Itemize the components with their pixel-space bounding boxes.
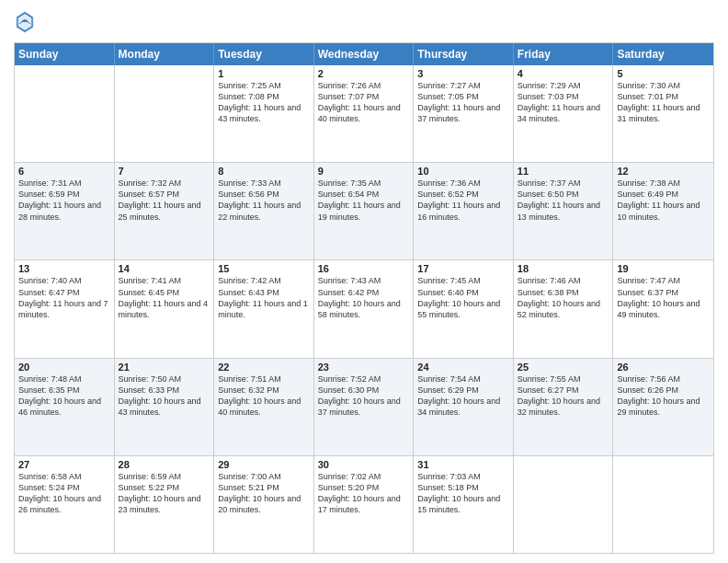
header-day-monday: Monday <box>115 43 215 65</box>
calendar-row-1: 1Sunrise: 7:25 AM Sunset: 7:08 PM Daylig… <box>15 65 713 162</box>
day-info: Sunrise: 6:58 AM Sunset: 5:24 PM Dayligh… <box>18 471 110 516</box>
day-number: 8 <box>218 166 310 177</box>
day-info: Sunrise: 7:46 AM Sunset: 6:38 PM Dayligh… <box>518 275 609 320</box>
day-number: 10 <box>417 166 509 177</box>
day-info: Sunrise: 7:25 AM Sunset: 7:08 PM Dayligh… <box>218 80 310 125</box>
cal-cell <box>115 65 215 162</box>
day-info: Sunrise: 7:43 AM Sunset: 6:42 PM Dayligh… <box>318 275 410 320</box>
cal-cell: 3Sunrise: 7:27 AM Sunset: 7:05 PM Daylig… <box>414 65 514 162</box>
day-info: Sunrise: 7:45 AM Sunset: 6:40 PM Dayligh… <box>417 275 509 320</box>
header-day-thursday: Thursday <box>414 43 514 65</box>
day-number: 15 <box>218 263 310 274</box>
day-number: 20 <box>18 362 110 373</box>
day-info: Sunrise: 7:29 AM Sunset: 7:03 PM Dayligh… <box>518 80 609 125</box>
day-info: Sunrise: 7:27 AM Sunset: 7:05 PM Dayligh… <box>417 80 509 125</box>
day-number: 18 <box>518 263 609 274</box>
day-info: Sunrise: 7:40 AM Sunset: 6:47 PM Dayligh… <box>18 275 110 320</box>
day-number: 22 <box>218 362 310 373</box>
day-number: 6 <box>18 166 110 177</box>
day-number: 9 <box>318 166 410 177</box>
day-number: 28 <box>119 459 210 470</box>
calendar-row-3: 13Sunrise: 7:40 AM Sunset: 6:47 PM Dayli… <box>15 259 713 357</box>
day-info: Sunrise: 7:41 AM Sunset: 6:45 PM Dayligh… <box>119 275 210 320</box>
day-number: 31 <box>417 459 509 470</box>
day-info: Sunrise: 7:50 AM Sunset: 6:33 PM Dayligh… <box>119 373 210 419</box>
day-info: Sunrise: 7:32 AM Sunset: 6:57 PM Dayligh… <box>119 178 210 223</box>
day-info: Sunrise: 7:30 AM Sunset: 7:01 PM Dayligh… <box>617 80 710 125</box>
cal-cell: 2Sunrise: 7:26 AM Sunset: 7:07 PM Daylig… <box>314 65 415 162</box>
header-day-saturday: Saturday <box>613 43 713 65</box>
day-info: Sunrise: 7:55 AM Sunset: 6:27 PM Dayligh… <box>518 373 609 419</box>
day-info: Sunrise: 7:33 AM Sunset: 6:56 PM Dayligh… <box>218 178 310 223</box>
day-number: 2 <box>318 68 410 79</box>
day-info: Sunrise: 7:00 AM Sunset: 5:21 PM Dayligh… <box>218 471 310 516</box>
day-number: 19 <box>617 263 710 274</box>
calendar-row-4: 20Sunrise: 7:48 AM Sunset: 6:35 PM Dayli… <box>15 358 713 455</box>
calendar-body: 1Sunrise: 7:25 AM Sunset: 7:08 PM Daylig… <box>15 65 713 553</box>
cal-cell: 15Sunrise: 7:42 AM Sunset: 6:43 PM Dayli… <box>214 260 314 357</box>
day-number: 7 <box>119 166 210 177</box>
cal-cell: 30Sunrise: 7:02 AM Sunset: 5:20 PM Dayli… <box>314 456 415 553</box>
day-number: 27 <box>18 459 110 470</box>
day-info: Sunrise: 7:31 AM Sunset: 6:59 PM Dayligh… <box>18 178 110 223</box>
day-number: 13 <box>18 263 110 274</box>
cal-cell: 5Sunrise: 7:30 AM Sunset: 7:01 PM Daylig… <box>613 65 713 162</box>
page: SundayMondayTuesdayWednesdayThursdayFrid… <box>0 0 728 563</box>
day-number: 24 <box>417 362 509 373</box>
cal-cell: 22Sunrise: 7:51 AM Sunset: 6:32 PM Dayli… <box>214 359 314 455</box>
cal-cell: 18Sunrise: 7:46 AM Sunset: 6:38 PM Dayli… <box>514 260 614 357</box>
cal-cell: 10Sunrise: 7:36 AM Sunset: 6:52 PM Dayli… <box>414 163 514 259</box>
cal-cell <box>613 456 713 553</box>
day-info: Sunrise: 7:02 AM Sunset: 5:20 PM Dayligh… <box>318 471 410 516</box>
cal-cell: 7Sunrise: 7:32 AM Sunset: 6:57 PM Daylig… <box>115 163 215 259</box>
cal-cell: 1Sunrise: 7:25 AM Sunset: 7:08 PM Daylig… <box>214 65 314 162</box>
cal-cell: 9Sunrise: 7:35 AM Sunset: 6:54 PM Daylig… <box>314 163 415 259</box>
cal-cell: 4Sunrise: 7:29 AM Sunset: 7:03 PM Daylig… <box>514 65 614 162</box>
header-day-tuesday: Tuesday <box>214 43 314 65</box>
cal-cell: 13Sunrise: 7:40 AM Sunset: 6:47 PM Dayli… <box>15 260 115 357</box>
day-info: Sunrise: 7:37 AM Sunset: 6:50 PM Dayligh… <box>518 178 609 223</box>
calendar-row-5: 27Sunrise: 6:58 AM Sunset: 5:24 PM Dayli… <box>15 455 713 553</box>
cal-cell: 31Sunrise: 7:03 AM Sunset: 5:18 PM Dayli… <box>414 456 514 553</box>
day-info: Sunrise: 7:35 AM Sunset: 6:54 PM Dayligh… <box>318 178 410 223</box>
day-info: Sunrise: 6:59 AM Sunset: 5:22 PM Dayligh… <box>119 471 210 516</box>
cal-cell: 24Sunrise: 7:54 AM Sunset: 6:29 PM Dayli… <box>414 359 514 455</box>
cal-cell: 20Sunrise: 7:48 AM Sunset: 6:35 PM Dayli… <box>15 359 115 455</box>
day-number: 12 <box>617 166 710 177</box>
day-number: 1 <box>218 68 310 79</box>
cal-cell: 16Sunrise: 7:43 AM Sunset: 6:42 PM Dayli… <box>314 260 415 357</box>
day-number: 23 <box>318 362 410 373</box>
header-day-sunday: Sunday <box>15 43 115 65</box>
day-number: 21 <box>119 362 210 373</box>
cal-cell: 27Sunrise: 6:58 AM Sunset: 5:24 PM Dayli… <box>15 456 115 553</box>
cal-cell <box>15 65 115 162</box>
day-info: Sunrise: 7:03 AM Sunset: 5:18 PM Dayligh… <box>417 471 509 516</box>
day-info: Sunrise: 7:52 AM Sunset: 6:30 PM Dayligh… <box>318 373 410 419</box>
day-number: 30 <box>318 459 410 470</box>
cal-cell: 25Sunrise: 7:55 AM Sunset: 6:27 PM Dayli… <box>514 359 614 455</box>
day-info: Sunrise: 7:42 AM Sunset: 6:43 PM Dayligh… <box>218 275 310 320</box>
day-number: 5 <box>617 68 710 79</box>
cal-cell: 14Sunrise: 7:41 AM Sunset: 6:45 PM Dayli… <box>115 260 215 357</box>
day-info: Sunrise: 7:47 AM Sunset: 6:37 PM Dayligh… <box>617 275 710 320</box>
cal-cell: 29Sunrise: 7:00 AM Sunset: 5:21 PM Dayli… <box>214 456 314 553</box>
day-number: 14 <box>119 263 210 274</box>
day-number: 11 <box>518 166 609 177</box>
day-info: Sunrise: 7:56 AM Sunset: 6:26 PM Dayligh… <box>617 373 710 419</box>
day-number: 3 <box>417 68 509 79</box>
day-number: 4 <box>518 68 609 79</box>
day-number: 26 <box>617 362 710 373</box>
cal-cell: 17Sunrise: 7:45 AM Sunset: 6:40 PM Dayli… <box>414 260 514 357</box>
logo <box>14 9 40 35</box>
header-day-friday: Friday <box>514 43 614 65</box>
calendar-header: SundayMondayTuesdayWednesdayThursdayFrid… <box>15 43 713 65</box>
day-number: 16 <box>318 263 410 274</box>
day-number: 25 <box>518 362 609 373</box>
cal-cell: 8Sunrise: 7:33 AM Sunset: 6:56 PM Daylig… <box>214 163 314 259</box>
cal-cell <box>514 456 614 553</box>
day-info: Sunrise: 7:36 AM Sunset: 6:52 PM Dayligh… <box>417 178 509 223</box>
cal-cell: 12Sunrise: 7:38 AM Sunset: 6:49 PM Dayli… <box>613 163 713 259</box>
cal-cell: 21Sunrise: 7:50 AM Sunset: 6:33 PM Dayli… <box>115 359 215 455</box>
day-info: Sunrise: 7:54 AM Sunset: 6:29 PM Dayligh… <box>417 373 509 419</box>
header-day-wednesday: Wednesday <box>314 43 415 65</box>
